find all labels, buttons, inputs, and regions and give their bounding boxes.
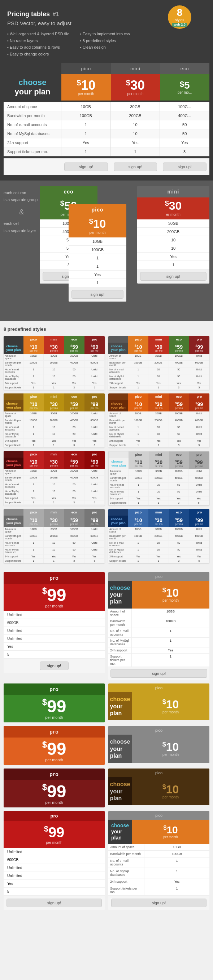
partial-header-label-2: pico <box>108 684 210 692</box>
final-left-f2: 600GB <box>3 856 105 864</box>
partial-price-grid-3: chooseyour plan $10 per month <box>108 735 210 763</box>
mini-pc-eco-2: $59per mo <box>169 343 189 354</box>
mini-pc-pro-1: $99per mo <box>85 343 105 354</box>
pico-signup-btn[interactable]: sign up! <box>72 290 123 299</box>
header-empty <box>3 63 61 74</box>
mini-h-empty-5 <box>3 451 24 458</box>
preview-row-1: pro $99 per month Unlimited 600GB Unlimi… <box>3 572 210 680</box>
final-left-per: per month <box>7 840 101 845</box>
badge-number: 8 <box>177 8 183 18</box>
mini-data-rows-2: Amount of space10GB30GB100GBUnltd Bandwi… <box>108 354 210 390</box>
bottom-previews: pro $99 per month Unlimited 600GB Unlimi… <box>0 568 213 914</box>
tall-card-pro-4: pro $99 per month <box>3 768 105 807</box>
partial-price-num-1: $10 <box>162 587 179 598</box>
tall-price-big-pro-2: $99 <box>6 698 102 715</box>
plan-header-pico: pico <box>61 63 111 74</box>
tall-price-pro-1: $99 per month <box>3 584 105 611</box>
feature-val-eco-email: 50 <box>160 120 210 129</box>
mini-h-mini-1: mini <box>44 336 64 343</box>
style-grid: pico mini eco pro chooseyour plan $10per… <box>3 336 210 563</box>
mini-table-5: pico mini eco pro chooseyour plan $10per… <box>3 451 105 506</box>
signup-btn-mini[interactable]: sign up! <box>114 162 157 171</box>
signup-btn-eco[interactable]: sign up! <box>163 162 207 171</box>
partial-table-pico-3: pico chooseyour plan $10 per month <box>108 726 210 765</box>
feature-val-eco-bandwidth: 400G... <box>160 111 210 120</box>
signup-row: sign up! sign up! sign up! <box>3 158 210 175</box>
exp-pico-features: 10GB 100GB 1 1 Yes 1 <box>69 237 127 287</box>
mini-h-pro-8: pro <box>189 509 210 515</box>
price-amount-mini: $30 <box>126 79 145 92</box>
mini-h-mini-6: mini <box>149 452 169 458</box>
exp-mini-price: $30 er month <box>137 197 210 220</box>
mini-pc-pico-4: $10per mo <box>128 400 148 412</box>
signup-wrap-pico: sign up! <box>61 161 111 172</box>
final-right-signup-btn[interactable]: sign up! <box>111 899 207 907</box>
partial-choose-4: chooseyour plan <box>108 777 132 805</box>
final-left: pro $99 per month Unlimited 600GB Unlimi… <box>3 811 105 910</box>
feature-val-mini-email: 10 <box>111 120 160 129</box>
signup-btn-pico[interactable]: sign up! <box>64 162 108 171</box>
exp-eco-header: eco <box>40 186 98 197</box>
tall-features-pro-1: Unlimited 600GB Unlimited Unlimited Yes … <box>3 611 105 659</box>
partial-signup-1: sign up! <box>108 667 210 680</box>
feature-val-pico-email: 1 <box>61 120 111 129</box>
mini-h-eco-3: eco <box>64 393 85 400</box>
partial-price-pico-1: $10 per month <box>132 581 210 609</box>
feature-val-pico-tickets: 1 <box>61 147 111 156</box>
price-amount-eco: $5 <box>180 80 190 91</box>
partial-price-num-3: $10 <box>162 741 179 752</box>
partial-price-grid-2: chooseyour plan $10 per month <box>108 692 210 720</box>
tall-price-pro-2: $99 per month <box>3 695 105 722</box>
tall-header-pro-1: pro <box>3 572 105 584</box>
final-left-features: Unlimited 600GB Unlimited Unlimited Yes … <box>3 848 105 896</box>
mini-pc-eco-7: $59per mo <box>64 515 85 527</box>
mini-pc-mini-8: $30per mo <box>148 515 168 527</box>
mini-table-1: pico mini eco pro chooseyour plan $10per… <box>3 336 105 390</box>
mini-h-empty-1 <box>3 336 24 343</box>
tall-price-big-pro-1: $99 <box>6 587 102 604</box>
tall-signup-btn-pro-1[interactable]: sign up! <box>40 662 69 670</box>
final-right-signup: sign up! <box>108 896 210 910</box>
mini-header-row-6: pico mini eco pro <box>109 452 209 458</box>
mini-choose-4: chooseyour plan <box>108 400 128 412</box>
feature-label-space: Amount of space <box>3 102 61 111</box>
mini-pc-eco-3: $59per mo <box>64 400 85 412</box>
feature-label-mysql: No. of MySql databases <box>3 129 61 138</box>
mini-price-row-4: chooseyour plan $10per mo $30per mo $59p… <box>108 400 210 412</box>
mini-pc-mini-5: $30per mo <box>44 458 64 469</box>
mini-h-pico-4: pico <box>128 393 148 400</box>
partial-price-grid-1: chooseyour plan $10 per month <box>108 581 210 609</box>
price-cell-mini: $30 per month <box>111 74 160 100</box>
mini-h-mini-2: mini <box>148 336 168 343</box>
mini-h-pro-4: pro <box>189 393 210 400</box>
plan-choose: chooseyour plan <box>3 74 61 100</box>
mini-h-eco-2: eco <box>169 336 189 343</box>
final-right-choose: chooseyour plan <box>108 820 132 843</box>
price-per-pico: per month <box>78 92 94 96</box>
preview-row-4: pro $99 per month pico chooseyour plan $… <box>3 768 210 807</box>
mini-h-eco-7: eco <box>64 509 85 515</box>
mini-h-pro-6: pro <box>189 452 209 458</box>
final-right: pico chooseyour plan $10 per month Amoun… <box>108 811 210 910</box>
feature-label-email: No. of e-mail accounts <box>3 120 61 129</box>
partial-per-2: per month <box>162 710 179 714</box>
mini-h-empty-2 <box>108 336 128 343</box>
mini-pc-mini-6: $30per mo <box>149 458 169 469</box>
mini-pc-pico-6: $10per mo <box>128 458 149 469</box>
partial-choose-2: chooseyour plan <box>108 692 132 720</box>
partial-header-label-3: pico <box>108 726 210 735</box>
tall-header-pro-2: pro <box>3 684 105 695</box>
badge: 8 styles web 2.0 <box>168 5 191 29</box>
mini-signup-btn[interactable]: sign up! <box>140 272 207 281</box>
mini-table-7: pico mini eco pro chooseyour plan $10per… <box>3 509 105 563</box>
feature-val-pico-space: 10GB <box>61 102 111 111</box>
tall-card-pro-3: pro $99 per month <box>3 726 105 765</box>
partial-price-grid-4: chooseyour plan $10 per month <box>108 777 210 805</box>
partial-choose-text-3: chooseyour plan <box>110 738 130 759</box>
partial-signup-btn-1[interactable]: sign up! <box>111 669 207 678</box>
final-left-signup-btn[interactable]: sign up! <box>6 899 102 907</box>
mini-h-mini-4: mini <box>148 393 168 400</box>
mini-data-rows-3: Amount of space10GB30GB100GBUnltd Bandwi… <box>3 412 105 447</box>
mini-header-row-2: pico mini eco pro <box>108 336 210 343</box>
mini-h-pico-5: pico <box>24 451 44 458</box>
